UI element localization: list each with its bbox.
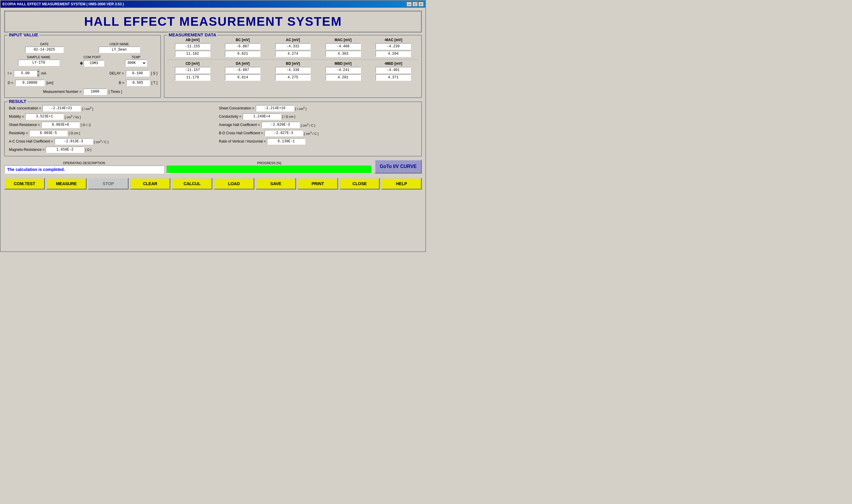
comport-down-arrow[interactable]	[80, 63, 83, 65]
progress-bar-inner	[167, 166, 371, 173]
magneto-input[interactable]	[46, 146, 84, 153]
result-bd-hall: B-D Cross Hall Coefficient = [ cm3 / C ]	[219, 130, 417, 136]
meas-num-input[interactable]	[83, 88, 107, 95]
sheet-res-unit: [ Ω / □]	[81, 123, 91, 127]
current-label: I =	[8, 71, 12, 75]
close-button[interactable]: CLOSE	[339, 178, 380, 190]
sample-input[interactable]	[18, 59, 59, 66]
measure-button[interactable]: MEASURE	[46, 178, 87, 190]
result-grid: Bulk concentration = [ / cm3 ] Mobility …	[9, 105, 417, 153]
calcul-button[interactable]: CALCUL	[171, 178, 213, 190]
meas-input-mac1[interactable]	[325, 43, 361, 50]
meas-input-nmbd2[interactable]	[376, 74, 411, 81]
bulk-conc-unit: [ / cm3 ]	[82, 106, 93, 111]
delay-label: DELAY =	[109, 71, 124, 75]
meas-input-ab1[interactable]	[175, 43, 210, 50]
meas-cell-bc1	[223, 43, 262, 50]
meas-input-da2[interactable]	[225, 74, 260, 81]
bd-hall-input[interactable]	[265, 130, 303, 136]
delay-unit: [ S ]	[151, 71, 157, 75]
result-resistivity: Resistivity = [ Ω cm ]	[9, 130, 207, 136]
b-label: B =	[119, 81, 124, 85]
meas-num-unit: [ Times ]	[109, 90, 122, 94]
d-input[interactable]	[15, 79, 45, 86]
meas-headers-2: CD [mV] DA [mV] BD [mV] MBD [mV] -MBD [m…	[167, 61, 418, 66]
d-label: D =	[8, 81, 13, 85]
sample-label: SAMPLE NAME	[27, 55, 50, 59]
meas-cell-bd1	[274, 67, 312, 73]
result-bulk-conc: Bulk concentration = [ / cm3 ]	[9, 105, 207, 111]
meas-input-bd1[interactable]	[275, 67, 311, 73]
meas-input-mbd2[interactable]	[325, 74, 361, 81]
b-unit: [ T ]	[151, 81, 157, 85]
meas-input-bc2[interactable]	[225, 51, 260, 57]
resistivity-input[interactable]	[29, 130, 68, 136]
goto-iv-curve-button[interactable]: GoTo I/V CURVE	[375, 159, 422, 174]
input-section: INPUT VALUE DATE USER NAME SAMPLE NAME	[4, 35, 161, 98]
meas-input-mbd1[interactable]	[325, 67, 361, 73]
result-avg-hall: Average Hall Coefficient = [ cm3 / C ]	[219, 122, 417, 128]
username-input[interactable]	[98, 47, 140, 53]
help-button[interactable]: HELP	[381, 178, 422, 190]
meas-input-cd2[interactable]	[175, 74, 210, 81]
meas-hdr-da: DA [mV]	[223, 61, 262, 66]
meas-hdr-mac: MAC [mV]	[324, 38, 362, 42]
save-button[interactable]: SAVE	[256, 178, 296, 190]
current-spinner[interactable]: ▲ ▼	[37, 70, 39, 77]
meas-input-da1[interactable]	[225, 67, 260, 73]
stop-button[interactable]: STOP	[88, 178, 129, 190]
op-text-box: The calculation is completed.	[4, 165, 164, 174]
meas-input-bd2[interactable]	[275, 74, 311, 81]
meas-cell-nmbd2	[374, 74, 412, 81]
sample-group: SAMPLE NAME	[18, 55, 59, 67]
meas-headers-1: AB [mV] BC [mV] AC [mV] MAC [mV] -MAC [m…	[167, 38, 418, 42]
ac-hall-input[interactable]	[54, 138, 93, 145]
measurement-section: MEASUREMENT DATA AB [mV] BC [mV] AC [mV]…	[164, 35, 422, 98]
comport-label: COM PORT	[84, 55, 101, 59]
window-close-button[interactable]: ×	[418, 2, 424, 6]
temp-group: TEMP 77K 300K 400K	[125, 55, 147, 67]
temp-select[interactable]: 77K 300K 400K	[125, 59, 147, 67]
meas-input-ac1[interactable]	[275, 43, 311, 50]
current-up[interactable]: ▲	[38, 70, 39, 74]
sheet-res-input[interactable]	[41, 122, 79, 128]
d-unit: [um]	[47, 81, 53, 85]
meas-hdr-bd: BD [mV]	[274, 61, 312, 66]
minimize-button[interactable]: —	[406, 2, 412, 6]
meas-cell-mbd2	[324, 74, 362, 81]
meas-input-nmac2[interactable]	[376, 51, 411, 57]
clear-button[interactable]: CLEAR	[130, 178, 171, 190]
current-down[interactable]: ▼	[38, 74, 39, 77]
comport-input[interactable]	[84, 60, 104, 67]
meas-num-label: Measurement Number =	[43, 90, 81, 94]
maximize-button[interactable]: □	[412, 2, 418, 6]
meas-input-mac2[interactable]	[325, 51, 361, 57]
print-button[interactable]: PRINT	[297, 178, 338, 190]
meas-input-ab2[interactable]	[175, 51, 210, 57]
sheet-conc-input[interactable]	[256, 105, 294, 111]
com-test-button[interactable]: COM.TEST	[4, 178, 45, 190]
result-conductivity: Conductivity = [ / Ω cm ]	[219, 113, 417, 120]
date-input[interactable]	[25, 47, 64, 53]
current-input[interactable]	[14, 70, 37, 77]
delay-input[interactable]	[126, 70, 149, 77]
meas-input-bc1[interactable]	[225, 43, 260, 50]
load-button[interactable]: LOAD	[214, 178, 254, 190]
op-status-text: The calculation is completed.	[7, 167, 65, 172]
ratio-input[interactable]	[267, 138, 305, 145]
meas-input-ac2[interactable]	[275, 51, 311, 57]
action-buttons: COM.TEST MEASURE STOP CLEAR CALCUL LOAD …	[4, 178, 422, 190]
bulk-conc-input[interactable]	[42, 105, 81, 111]
meas-input-cd1[interactable]	[175, 67, 210, 73]
avg-hall-input[interactable]	[261, 122, 300, 128]
conductivity-input[interactable]	[242, 113, 281, 120]
meas-cell-nmac1	[374, 43, 412, 50]
meas-cell-nmbd1	[374, 67, 412, 73]
mobility-input[interactable]	[25, 113, 64, 120]
meas-input-nmbd1[interactable]	[376, 67, 411, 73]
ac-hall-unit: [ cm3 / C ]	[94, 139, 109, 144]
meas-cell-ac2	[274, 51, 312, 57]
meas-input-nmac1[interactable]	[376, 43, 411, 50]
result-col-left: Bulk concentration = [ / cm3 ] Mobility …	[9, 105, 213, 153]
b-input[interactable]	[126, 79, 150, 86]
